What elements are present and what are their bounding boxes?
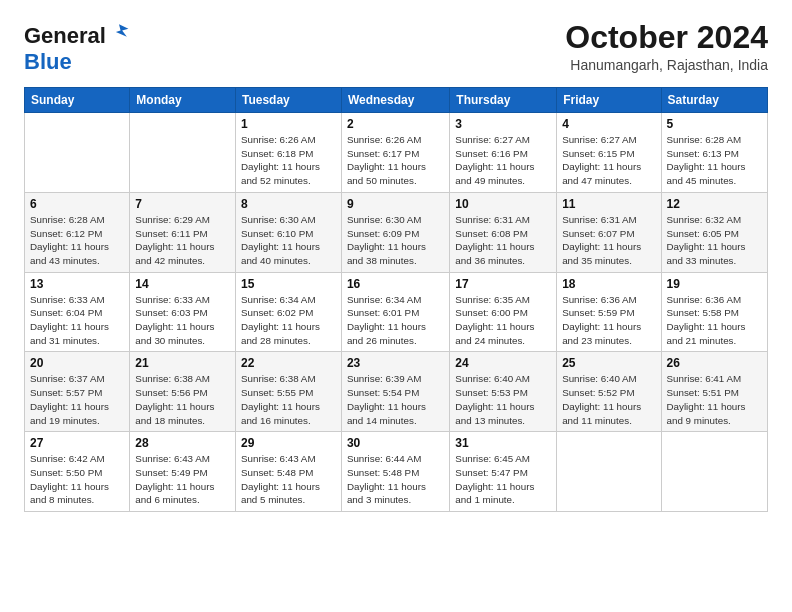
- table-row: 19Sunrise: 6:36 AMSunset: 5:58 PMDayligh…: [661, 272, 767, 352]
- table-row: 12Sunrise: 6:32 AMSunset: 6:05 PMDayligh…: [661, 192, 767, 272]
- day-number: 30: [347, 436, 444, 450]
- col-wednesday: Wednesday: [341, 88, 449, 113]
- day-info: Sunrise: 6:37 AMSunset: 5:57 PMDaylight:…: [30, 372, 124, 427]
- table-row: [557, 432, 661, 512]
- day-number: 14: [135, 277, 230, 291]
- day-number: 22: [241, 356, 336, 370]
- sun-time: Sunrise: 6:43 AM: [241, 453, 316, 464]
- sun-time: Sunrise: 6:38 AM: [135, 373, 210, 384]
- table-row: 29Sunrise: 6:43 AMSunset: 5:48 PMDayligh…: [235, 432, 341, 512]
- table-row: 28Sunrise: 6:43 AMSunset: 5:49 PMDayligh…: [130, 432, 236, 512]
- day-info: Sunrise: 6:34 AMSunset: 6:01 PMDaylight:…: [347, 293, 444, 348]
- sun-time: Sunrise: 6:27 AM: [562, 134, 637, 145]
- sun-time: Sunset: 6:16 PM: [455, 148, 527, 159]
- day-info: Sunrise: 6:26 AMSunset: 6:18 PMDaylight:…: [241, 133, 336, 188]
- table-row: 8Sunrise: 6:30 AMSunset: 6:10 PMDaylight…: [235, 192, 341, 272]
- daylight-hours: Daylight: 11 hours and 28 minutes.: [241, 321, 320, 346]
- svg-marker-0: [116, 24, 129, 37]
- sun-time: Sunrise: 6:32 AM: [667, 214, 742, 225]
- day-info: Sunrise: 6:33 AMSunset: 6:04 PMDaylight:…: [30, 293, 124, 348]
- col-tuesday: Tuesday: [235, 88, 341, 113]
- table-row: 18Sunrise: 6:36 AMSunset: 5:59 PMDayligh…: [557, 272, 661, 352]
- sun-time: Sunrise: 6:40 AM: [562, 373, 637, 384]
- day-info: Sunrise: 6:38 AMSunset: 5:56 PMDaylight:…: [135, 372, 230, 427]
- daylight-hours: Daylight: 11 hours and 31 minutes.: [30, 321, 109, 346]
- day-info: Sunrise: 6:28 AMSunset: 6:12 PMDaylight:…: [30, 213, 124, 268]
- sun-time: Sunrise: 6:34 AM: [241, 294, 316, 305]
- table-row: 26Sunrise: 6:41 AMSunset: 5:51 PMDayligh…: [661, 352, 767, 432]
- sun-time: Sunrise: 6:36 AM: [667, 294, 742, 305]
- day-number: 9: [347, 197, 444, 211]
- table-row: 7Sunrise: 6:29 AMSunset: 6:11 PMDaylight…: [130, 192, 236, 272]
- day-info: Sunrise: 6:30 AMSunset: 6:09 PMDaylight:…: [347, 213, 444, 268]
- table-row: 24Sunrise: 6:40 AMSunset: 5:53 PMDayligh…: [450, 352, 557, 432]
- day-info: Sunrise: 6:40 AMSunset: 5:52 PMDaylight:…: [562, 372, 655, 427]
- day-number: 31: [455, 436, 551, 450]
- day-info: Sunrise: 6:42 AMSunset: 5:50 PMDaylight:…: [30, 452, 124, 507]
- daylight-hours: Daylight: 11 hours and 26 minutes.: [347, 321, 426, 346]
- sun-time: Sunset: 5:57 PM: [30, 387, 102, 398]
- sun-time: Sunrise: 6:39 AM: [347, 373, 422, 384]
- calendar-week-row: 6Sunrise: 6:28 AMSunset: 6:12 PMDaylight…: [25, 192, 768, 272]
- sun-time: Sunrise: 6:31 AM: [562, 214, 637, 225]
- day-info: Sunrise: 6:45 AMSunset: 5:47 PMDaylight:…: [455, 452, 551, 507]
- day-info: Sunrise: 6:29 AMSunset: 6:11 PMDaylight:…: [135, 213, 230, 268]
- logo-bird-icon: [108, 21, 130, 43]
- table-row: 2Sunrise: 6:26 AMSunset: 6:17 PMDaylight…: [341, 113, 449, 193]
- day-info: Sunrise: 6:38 AMSunset: 5:55 PMDaylight:…: [241, 372, 336, 427]
- daylight-hours: Daylight: 11 hours and 21 minutes.: [667, 321, 746, 346]
- sun-time: Sunset: 6:02 PM: [241, 307, 313, 318]
- daylight-hours: Daylight: 11 hours and 1 minute.: [455, 481, 534, 506]
- day-info: Sunrise: 6:35 AMSunset: 6:00 PMDaylight:…: [455, 293, 551, 348]
- table-row: 15Sunrise: 6:34 AMSunset: 6:02 PMDayligh…: [235, 272, 341, 352]
- day-number: 16: [347, 277, 444, 291]
- sun-time: Sunset: 6:17 PM: [347, 148, 419, 159]
- sun-time: Sunrise: 6:37 AM: [30, 373, 105, 384]
- sun-time: Sunset: 6:07 PM: [562, 228, 634, 239]
- page-header: General Blue October 2024 Hanumangarh, R…: [24, 20, 768, 75]
- day-number: 26: [667, 356, 762, 370]
- sun-time: Sunset: 6:01 PM: [347, 307, 419, 318]
- sun-time: Sunset: 6:04 PM: [30, 307, 102, 318]
- day-number: 7: [135, 197, 230, 211]
- daylight-hours: Daylight: 11 hours and 42 minutes.: [135, 241, 214, 266]
- daylight-hours: Daylight: 11 hours and 24 minutes.: [455, 321, 534, 346]
- daylight-hours: Daylight: 11 hours and 6 minutes.: [135, 481, 214, 506]
- table-row: 3Sunrise: 6:27 AMSunset: 6:16 PMDaylight…: [450, 113, 557, 193]
- logo-general: General: [24, 23, 106, 48]
- table-row: 1Sunrise: 6:26 AMSunset: 6:18 PMDaylight…: [235, 113, 341, 193]
- daylight-hours: Daylight: 11 hours and 13 minutes.: [455, 401, 534, 426]
- daylight-hours: Daylight: 11 hours and 19 minutes.: [30, 401, 109, 426]
- table-row: 20Sunrise: 6:37 AMSunset: 5:57 PMDayligh…: [25, 352, 130, 432]
- sun-time: Sunrise: 6:42 AM: [30, 453, 105, 464]
- sun-time: Sunrise: 6:38 AM: [241, 373, 316, 384]
- table-row: [130, 113, 236, 193]
- day-number: 5: [667, 117, 762, 131]
- col-saturday: Saturday: [661, 88, 767, 113]
- table-row: 13Sunrise: 6:33 AMSunset: 6:04 PMDayligh…: [25, 272, 130, 352]
- table-row: 21Sunrise: 6:38 AMSunset: 5:56 PMDayligh…: [130, 352, 236, 432]
- day-number: 6: [30, 197, 124, 211]
- table-row: 9Sunrise: 6:30 AMSunset: 6:09 PMDaylight…: [341, 192, 449, 272]
- sun-time: Sunset: 5:53 PM: [455, 387, 527, 398]
- daylight-hours: Daylight: 11 hours and 9 minutes.: [667, 401, 746, 426]
- calendar-week-row: 27Sunrise: 6:42 AMSunset: 5:50 PMDayligh…: [25, 432, 768, 512]
- day-number: 29: [241, 436, 336, 450]
- daylight-hours: Daylight: 11 hours and 35 minutes.: [562, 241, 641, 266]
- calendar-week-row: 1Sunrise: 6:26 AMSunset: 6:18 PMDaylight…: [25, 113, 768, 193]
- daylight-hours: Daylight: 11 hours and 43 minutes.: [30, 241, 109, 266]
- day-number: 8: [241, 197, 336, 211]
- day-number: 24: [455, 356, 551, 370]
- table-row: 23Sunrise: 6:39 AMSunset: 5:54 PMDayligh…: [341, 352, 449, 432]
- sun-time: Sunset: 6:11 PM: [135, 228, 207, 239]
- table-row: 30Sunrise: 6:44 AMSunset: 5:48 PMDayligh…: [341, 432, 449, 512]
- day-info: Sunrise: 6:27 AMSunset: 6:16 PMDaylight:…: [455, 133, 551, 188]
- sun-time: Sunset: 6:08 PM: [455, 228, 527, 239]
- sun-time: Sunset: 5:52 PM: [562, 387, 634, 398]
- sun-time: Sunset: 5:48 PM: [241, 467, 313, 478]
- sun-time: Sunrise: 6:26 AM: [241, 134, 316, 145]
- col-thursday: Thursday: [450, 88, 557, 113]
- day-info: Sunrise: 6:36 AMSunset: 5:59 PMDaylight:…: [562, 293, 655, 348]
- day-number: 10: [455, 197, 551, 211]
- day-number: 12: [667, 197, 762, 211]
